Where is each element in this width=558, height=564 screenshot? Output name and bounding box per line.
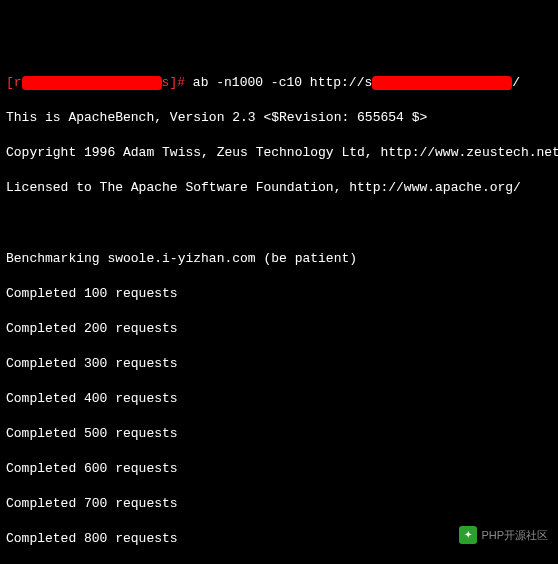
intro-line-2: Copyright 1996 Adam Twiss, Zeus Technolo… [6,144,552,162]
benchmarking-line: Benchmarking swoole.i-yizhan.com (be pat… [6,250,552,268]
progress-line: Completed 300 requests [6,355,552,373]
prompt-prefix: [r [6,75,22,90]
prompt-line: [rs]# ab -n1000 -c10 http://s/ [6,74,552,92]
wechat-icon: ✦ [459,526,477,544]
redacted-user-host [22,76,162,90]
intro-line-3: Licensed to The Apache Software Foundati… [6,179,552,197]
progress-line: Completed 400 requests [6,390,552,408]
watermark: ✦ PHP开源社区 [459,526,548,544]
prompt-suffix: s]# [162,75,193,90]
intro-line-1: This is ApacheBench, Version 2.3 <$Revis… [6,109,552,127]
progress-line: Completed 200 requests [6,320,552,338]
progress-line: Completed 100 requests [6,285,552,303]
progress-line: Completed 700 requests [6,495,552,513]
watermark-text: PHP开源社区 [481,528,548,543]
command-trail: / [512,75,520,90]
redacted-url [372,76,512,90]
command-text: ab -n1000 -c10 http://s [193,75,372,90]
blank-line [6,215,552,233]
progress-line: Completed 600 requests [6,460,552,478]
progress-line: Completed 500 requests [6,425,552,443]
